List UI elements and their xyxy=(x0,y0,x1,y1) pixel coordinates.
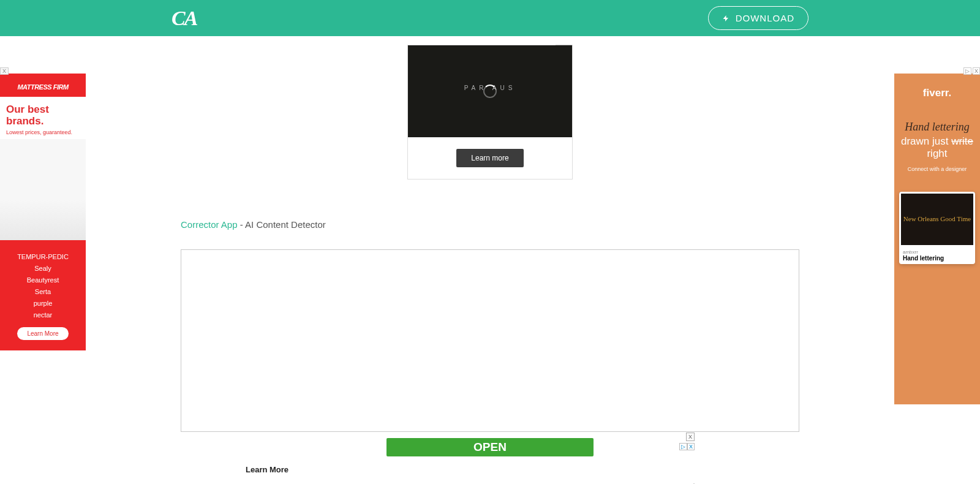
header: CA DOWNLOAD xyxy=(0,0,980,36)
brand-item: Sealy xyxy=(0,265,86,272)
ad-info-icon[interactable]: ▷ xyxy=(679,443,687,450)
ad-cta-button[interactable]: Learn More xyxy=(17,327,68,340)
ad-close-x[interactable]: X xyxy=(687,443,695,450)
ad-image xyxy=(0,139,86,240)
ad-close-button[interactable]: X xyxy=(686,433,695,441)
ad-text: right xyxy=(927,148,947,159)
ad-cta-text: Connect with a designer xyxy=(894,166,980,172)
logo[interactable]: CA xyxy=(172,7,197,30)
brand-item: nectar xyxy=(0,311,86,319)
ad-info-close[interactable]: ▷ X xyxy=(679,443,695,450)
ad-card-image: New Orleans Good Time xyxy=(899,192,975,247)
breadcrumb-current: - AI Content Detector xyxy=(238,219,326,230)
ad-learn-more[interactable]: Learn More xyxy=(246,465,690,474)
left-sidebar-ad[interactable]: X MATTRESS FIRM Our best brands. Lowest … xyxy=(0,74,86,404)
breadcrumb-link[interactable]: Corrector App xyxy=(181,219,238,230)
ad-close-button[interactable]: X xyxy=(973,67,980,75)
ad-subhead: drawn just write right xyxy=(894,135,980,160)
ad-close-button[interactable]: X xyxy=(0,67,9,75)
ad-text-strike: write xyxy=(951,135,973,147)
brand-item: purple xyxy=(0,300,86,307)
brand-item: TEMPUR-PEDIC xyxy=(0,253,86,260)
ad-brand-text: MATTRESS FIRM xyxy=(17,84,68,91)
brand-item: Beautyrest xyxy=(0,276,86,284)
ad-card-meta: ambxrr Hand lettering xyxy=(899,247,975,264)
download-label: DOWNLOAD xyxy=(736,13,794,23)
right-sidebar-ad[interactable]: ▷ X fiverr. Hand lettering drawn just wr… xyxy=(894,74,980,404)
ad-cta-button[interactable]: Learn more xyxy=(456,149,523,167)
ad-text: drawn just xyxy=(901,135,951,147)
ad-headline: Hand lettering xyxy=(894,121,980,134)
ad-subline: Lowest prices, guaranteed. xyxy=(6,129,80,135)
ad-video[interactable]: PAR AUS · xyxy=(408,45,572,137)
loading-spinner-icon xyxy=(483,85,497,98)
ad-brand-banner: MATTRESS FIRM xyxy=(0,74,86,97)
ad-headline: Our best brands. xyxy=(6,104,80,127)
ad-info-close[interactable]: ▷ X xyxy=(963,67,980,75)
breadcrumb: Corrector App - AI Content Detector xyxy=(181,219,799,230)
ad-card-label: Hand lettering xyxy=(903,255,971,262)
ad-open-button[interactable]: OPEN xyxy=(386,438,594,456)
ad-info-icon[interactable]: ▷ xyxy=(963,67,971,75)
ad-brands: TEMPUR-PEDIC Sealy Beautyrest Serta purp… xyxy=(0,240,86,350)
main-content: ▷ X PAR AUS · Learn more Corrector App -… xyxy=(181,36,799,432)
fiverr-logo: fiverr. xyxy=(894,87,980,99)
ad-copy: Our best brands. Lowest prices, guarante… xyxy=(0,97,86,139)
top-ad[interactable]: ▷ X PAR AUS · Learn more xyxy=(407,45,573,180)
ad-card-user: ambxrr xyxy=(903,249,971,255)
ad-card-art-text: New Orleans Good Time xyxy=(903,215,971,223)
bottom-ad[interactable]: X ▷ X OPEN Learn More Ad xyxy=(290,438,690,474)
content-textarea[interactable] xyxy=(181,249,799,432)
lightning-icon xyxy=(722,14,729,23)
download-button[interactable]: DOWNLOAD xyxy=(708,6,809,30)
ad-card[interactable]: New Orleans Good Time ambxrr Hand letter… xyxy=(899,192,975,264)
ad-cta-area: Learn more xyxy=(408,137,572,179)
brand-item: Serta xyxy=(0,288,86,295)
